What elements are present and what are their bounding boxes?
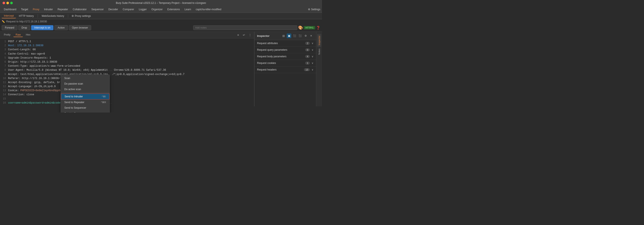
- request-line-12: 12 Accept-Language: zh-CN,zh;q=0.9: [2, 84, 252, 89]
- nav-repeater[interactable]: Repeater: [55, 7, 70, 12]
- request-line-6: 6 Origin: http://172.16.19.1:30030: [2, 60, 252, 64]
- menu-item-send-comparer[interactable]: Send to Comparer: [61, 110, 110, 112]
- request-line-8: 8 User-Agent: Mozilla/5.0 (Windows NT 10…: [2, 68, 252, 72]
- list-view-icon[interactable]: ▤: [281, 34, 286, 38]
- nav-intruder[interactable]: Intruder: [42, 7, 55, 12]
- sub-nav-http-history[interactable]: HTTP history: [17, 14, 36, 18]
- inspector-body-params[interactable]: Request body parameters 4 ∨: [254, 53, 316, 60]
- request-line-4: 4 Cache-Control: max-age=0: [2, 52, 252, 56]
- inspector-header: Inspector ▤ ▣ ⬛ ⬛ ⚙ ✕: [254, 32, 316, 40]
- cookies-chevron: ∨: [312, 62, 314, 64]
- nav-comparer[interactable]: Comparer: [120, 7, 136, 12]
- pretty-tab[interactable]: Pretty: [2, 33, 12, 37]
- menu-label-passive-scan: Do passive scan: [64, 82, 83, 85]
- menu-item-send-repeater[interactable]: Send to Repeater ^⌘R: [61, 100, 110, 105]
- nav-organizer[interactable]: Organizer: [149, 7, 165, 12]
- intercept-on-button[interactable]: Intercept is on: [31, 25, 54, 30]
- request-line-1: 1 POST / HTTP/1.1: [2, 40, 252, 44]
- nav-dashboard[interactable]: Dashboard: [2, 7, 18, 12]
- more-icon[interactable]: ⋮: [248, 32, 252, 37]
- drop-button[interactable]: Drop: [18, 25, 30, 30]
- help-icon[interactable]: ❓: [316, 26, 320, 30]
- inspector-close-icon[interactable]: ✕: [309, 34, 314, 38]
- nav-decoder[interactable]: Decoder: [106, 7, 120, 12]
- inspector-query-params[interactable]: Request query parameters 0 ∨: [254, 47, 316, 53]
- menu-item-scan[interactable]: Scan: [61, 76, 110, 81]
- menu-label-send-repeater: Send to Repeater: [64, 101, 84, 104]
- nav-sequencer[interactable]: Sequencer: [89, 7, 106, 12]
- detail-view-icon[interactable]: ▣: [287, 34, 291, 38]
- menu-label-send-intruder: Send to Intruder: [64, 95, 83, 98]
- request-panel: Pretty Raw Hex ≡ ↵ ⋮ 1 POST / HTTP/1.1 2: [0, 32, 254, 106]
- hex-tab[interactable]: Hex: [24, 33, 32, 37]
- nav-collaborator[interactable]: Collaborator: [71, 7, 89, 12]
- context-menu: Scan Do passive scan Do active scan Send…: [61, 74, 110, 112]
- title-bar: Burp Suite Professional v2023.12.1 – Tem…: [0, 0, 322, 6]
- menu-item-active-scan[interactable]: Do active scan: [61, 86, 110, 92]
- menu-item-send-intruder[interactable]: Send to Intruder ^⌘I: [61, 94, 110, 100]
- request-attributes-count: 2: [305, 42, 310, 45]
- main-nav-items: Dashboard Target Proxy Intruder Repeater…: [2, 7, 224, 12]
- request-line-7: 7 Content-Type: application/x-www-form-u…: [2, 64, 252, 68]
- nav-target[interactable]: Target: [19, 7, 30, 12]
- request-line-10: 10 Referer: http://172.16.19.1:30030/: [2, 76, 252, 80]
- inspector-settings-icon[interactable]: ⚙: [303, 34, 308, 38]
- toolbar: Forward Drop Intercept is on Action Open…: [0, 24, 322, 32]
- maximize-button[interactable]: [10, 2, 13, 4]
- minimize-button[interactable]: [6, 2, 9, 4]
- menu-label-scan: Scan: [64, 77, 70, 80]
- nav-learn[interactable]: Learn: [182, 7, 193, 12]
- request-info-bar: ✏️ Request to http://172.16.19.1:30030: [0, 19, 322, 24]
- forward-button[interactable]: Forward: [2, 25, 18, 30]
- all-content: ✏️ Request to http://172.16.19.1:30030 F…: [0, 19, 322, 106]
- raw-tab[interactable]: Raw: [14, 33, 23, 37]
- request-attributes-chevron: ∨: [312, 42, 314, 45]
- headers-label: Request headers: [257, 68, 276, 71]
- action-button[interactable]: Action: [54, 25, 68, 30]
- side-tab-inspector[interactable]: Inspector: [317, 34, 321, 47]
- side-tabs: Inspector Notes: [316, 32, 322, 106]
- side-tab-notes[interactable]: Notes: [317, 47, 321, 56]
- request-line-14: 14 Connection: close: [2, 93, 252, 97]
- request-line-13: 13 Cookie: PHPSESSID=8e0m21ep4bnd9pp04ko…: [2, 89, 252, 93]
- inspector-request-attributes[interactable]: Request attributes 2 ∨: [254, 40, 316, 47]
- format-tab-group: Pretty Raw Hex: [2, 33, 32, 37]
- sub-nav-websockets[interactable]: WebSockets history: [40, 14, 66, 18]
- notes-input[interactable]: [193, 25, 297, 30]
- menu-label-active-scan: Do active scan: [64, 88, 81, 91]
- nav-captcha[interactable]: captcha-killer-modified: [194, 7, 224, 12]
- menu-separator-1: [61, 93, 110, 93]
- request-attributes-label: Request attributes: [257, 42, 278, 45]
- sub-nav-intercept[interactable]: Intercept: [2, 14, 16, 18]
- inspector-panel: Inspector ▤ ▣ ⬛ ⬛ ⚙ ✕ Request attributes…: [254, 32, 316, 106]
- open-browser-button[interactable]: Open browser: [69, 25, 91, 30]
- word-wrap-icon[interactable]: ≡: [236, 32, 240, 37]
- align-right-icon[interactable]: ⬛: [298, 34, 302, 38]
- format-actions: ≡ ↵ ⋮: [236, 32, 252, 37]
- cookies-label: Request cookies: [257, 62, 276, 64]
- align-left-icon[interactable]: ⬛: [292, 34, 297, 38]
- context-menu-overlay: Scan Do passive scan Do active scan Send…: [61, 74, 110, 112]
- window-title: Burp Suite Professional v2023.12.1 – Tem…: [116, 2, 206, 4]
- nav-logger[interactable]: Logger: [137, 7, 149, 12]
- inspector-cookies[interactable]: Request cookies 1 ∨: [254, 60, 316, 66]
- nav-proxy[interactable]: Proxy: [31, 7, 42, 12]
- repeater-shortcut: ^⌘R: [101, 101, 106, 104]
- settings-button[interactable]: ⚙ Settings: [308, 8, 320, 11]
- menu-item-send-sequencer[interactable]: Send to Sequencer: [61, 105, 110, 110]
- menu-item-passive-scan[interactable]: Do passive scan: [61, 81, 110, 86]
- sub-nav: Intercept HTTP history WebSockets histor…: [0, 13, 322, 19]
- query-params-label: Request query parameters: [257, 48, 287, 51]
- pencil-icon: ✏️: [2, 20, 5, 23]
- palette-icon: 🎨: [298, 25, 303, 30]
- request-info-text: Request to http://172.16.19.1:30030: [6, 20, 47, 23]
- headers-count: 13: [304, 68, 310, 71]
- headers-chevron: ∨: [312, 68, 314, 71]
- inspector-headers[interactable]: Request headers 13 ∨: [254, 66, 316, 73]
- nav-extensions[interactable]: Extensions: [165, 7, 182, 12]
- proxy-settings-button[interactable]: ⚙ Proxy settings: [70, 14, 92, 18]
- close-button[interactable]: [2, 2, 5, 4]
- indent-icon[interactable]: ↵: [242, 32, 246, 37]
- main-nav: Dashboard Target Proxy Intruder Repeater…: [0, 6, 322, 13]
- cookies-count: 1: [305, 62, 310, 64]
